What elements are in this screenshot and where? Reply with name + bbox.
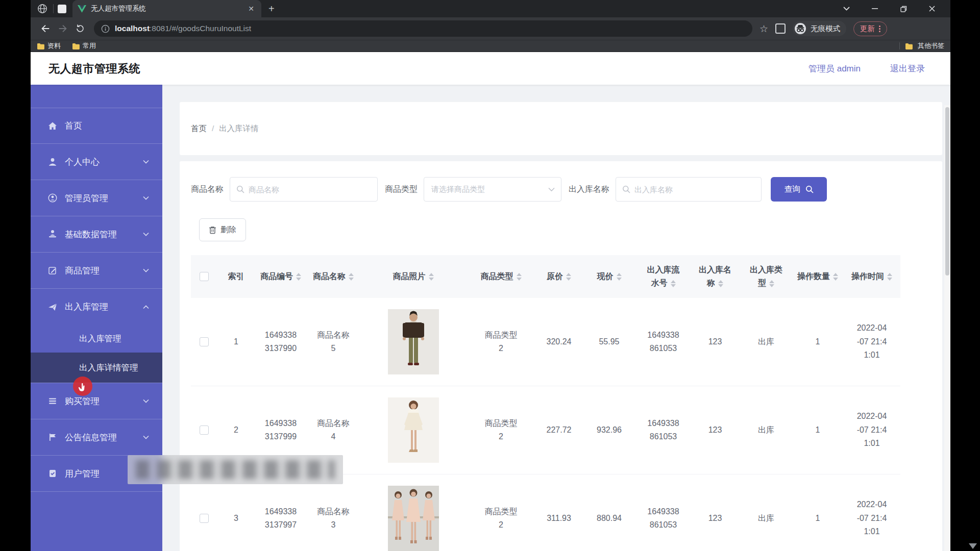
table-row: 316493383137997商品名称3商品类型2311.93880.94164… [191,474,900,551]
cell-orig-price: 320.24 [536,335,582,348]
column-header[interactable]: 原价 [536,270,582,283]
sidebar-item-notice-mgmt[interactable]: 公告信息管理 [31,419,162,456]
column-header[interactable]: 操作数量 [792,270,843,283]
chevron-down-icon [143,231,149,237]
browser-tab-bar: 无人超市管理系统 ✕ + [31,0,950,17]
trash-icon [209,226,216,234]
column-header[interactable]: 出入库名称 [690,263,740,290]
column-header[interactable]: 商品照片 [360,270,466,283]
sidebar-subitem-inout-detail-mgmt[interactable]: 出入库详情管理 [31,353,162,383]
minimize-button[interactable] [861,0,889,17]
reload-button[interactable] [71,20,89,37]
bookmark-folder-2[interactable]: 常用 [72,41,96,51]
column-header[interactable]: 出入库流水号 [636,263,690,290]
column-header[interactable]: 出入库类型 [740,263,792,290]
sort-icon[interactable] [887,273,892,281]
search-icon [236,185,244,193]
browser-menu-icon[interactable] [879,26,880,32]
row-checkbox[interactable] [200,425,209,435]
table-body: 116493383137990商品名称5商品类型2320.2455.951649… [191,298,900,551]
select-all-checkbox[interactable] [200,272,209,281]
product-photo[interactable] [388,486,439,551]
sidebar-item-home[interactable]: 首页 [31,108,162,144]
update-button[interactable]: 更新 [853,21,887,36]
side-panel-icon[interactable] [775,23,786,34]
cell-warehouse-name: 123 [690,512,740,525]
forward-button[interactable] [54,20,71,37]
goods-name-label: 商品名称 [191,184,224,195]
breadcrumb-home[interactable]: 首页 [191,123,207,134]
column-header[interactable]: 商品编号 [255,270,306,283]
cell-warehouse-type: 出库 [740,423,792,437]
screenshot-stage: 无人超市管理系统 ✕ + localhost:8081/#/goodsChuru… [0,0,980,551]
warehouse-name-label: 出入库名称 [569,184,609,195]
page-scrollbar[interactable] [944,105,950,551]
sort-icon[interactable] [566,273,571,281]
column-header[interactable]: 商品类型 [466,270,536,283]
close-window-button[interactable] [918,0,946,17]
sort-icon[interactable] [296,273,301,281]
bookmarks-bar: 资料 常用 其他书签 [31,40,950,52]
column-header[interactable]: 现价 [582,270,636,283]
cell-serial-no: 1649338861053 [636,505,690,532]
restore-button[interactable] [889,0,918,17]
row-checkbox[interactable] [200,514,209,523]
breadcrumb-separator: / [212,124,214,133]
sidebar-item-personal-center[interactable]: 个人中心 [31,144,162,180]
warehouse-name-input[interactable] [616,185,761,194]
sort-icon[interactable] [517,273,522,281]
sidebar-subitem-inout-mgmt[interactable]: 出入库管理 [31,325,162,353]
logout-link[interactable]: 退出登录 [890,63,925,74]
cell-cur-price: 55.95 [582,335,636,348]
cell-operate-qty: 1 [792,335,843,348]
pinned-tab-icon[interactable] [58,5,66,13]
edit-square-icon [47,265,58,276]
incognito-icon [794,22,806,35]
url-bar[interactable]: localhost:8081/#/goodsChuruInoutList [94,20,752,37]
goods-type-select[interactable]: 请选择商品类型 [424,177,561,202]
sidebar-item-admin-mgmt[interactable]: 管理员管理 [31,180,162,216]
search-button[interactable]: 查询 [771,177,827,202]
bookmark-star-icon[interactable]: ☆ [760,23,768,35]
product-photo[interactable] [388,309,439,374]
row-checkbox[interactable] [200,337,209,346]
active-tab[interactable]: 无人超市管理系统 ✕ [72,0,261,17]
chevron-up-icon [143,304,149,310]
page-info-icon[interactable] [101,24,110,33]
sort-icon[interactable] [671,280,676,288]
app-title: 无人超市管理系统 [48,61,140,77]
cell-goods-no: 16493383137997 [255,505,306,532]
cell-operate-time: 2022-04-07 21:41:01 [843,498,900,538]
bookmarks-divider [899,42,900,49]
sort-icon[interactable] [429,273,434,281]
update-label: 更新 [860,24,875,34]
sidebar-item-base-data-mgmt[interactable]: 基础数据管理 [31,216,162,253]
tab-close-icon[interactable]: ✕ [246,4,256,13]
clipboard-check-icon [47,468,58,479]
cell-goods-no: 16493383137990 [255,329,306,356]
sort-icon[interactable] [718,280,723,288]
content-card: 商品名称 商品类型 请选择商品类型 出入库名称 [180,161,942,551]
sort-icon[interactable] [833,273,838,281]
scrollbar-thumb[interactable] [945,107,949,276]
sort-icon[interactable] [349,273,354,281]
filter-row: 商品名称 商品类型 请选择商品类型 出入库名称 [191,177,931,202]
sort-icon[interactable] [617,273,622,281]
bookmark-folder-1[interactable]: 资料 [37,41,61,51]
sidebar-item-inout-mgmt[interactable]: 出入库管理 [31,289,162,325]
column-header[interactable]: 操作时间 [843,270,900,283]
new-tab-button[interactable]: + [268,3,275,15]
sidebar-item-goods-mgmt[interactable]: 商品管理 [31,253,162,289]
other-bookmarks[interactable]: 其他书签 [899,41,944,51]
product-photo[interactable] [388,397,439,463]
sort-icon[interactable] [769,280,774,288]
globe-tab-icon[interactable] [36,2,49,15]
app-header: 无人超市管理系统 管理员 admin 退出登录 [31,53,950,85]
column-header[interactable]: 商品名称 [306,270,360,283]
tab-search-chevron-icon[interactable] [832,0,861,17]
delete-button[interactable]: 删除 [199,218,246,241]
chevron-down-icon [143,398,149,404]
sidebar-item-purchase-mgmt[interactable]: 购买管理 [31,383,162,419]
back-button[interactable] [37,20,54,37]
goods-name-input[interactable] [230,185,377,194]
